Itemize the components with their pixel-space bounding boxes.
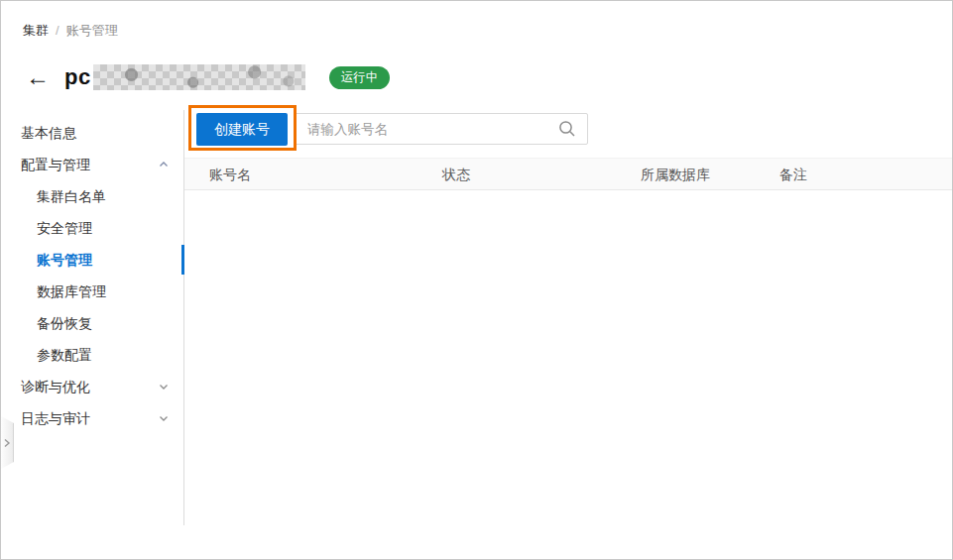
content-area: 基本信息 配置与管理 集群白名单 安全管理 账号管理 数据库管理 备份恢复 bbox=[1, 110, 952, 525]
main-panel: 创建账号 账号名 状态 所属数据库 备注 bbox=[183, 110, 952, 525]
toolbar: 创建账号 bbox=[184, 110, 952, 158]
column-header-database: 所属数据库 bbox=[641, 159, 779, 189]
sidebar-item-label: 账号管理 bbox=[37, 252, 92, 268]
sidebar-item-label: 集群白名单 bbox=[37, 188, 106, 204]
chevron-down-icon bbox=[159, 413, 169, 423]
chevron-right-icon bbox=[3, 438, 11, 448]
sidebar-item-diagnosis-optimization[interactable]: 诊断与优化 bbox=[1, 371, 183, 402]
sidebar-item-cluster-whitelist[interactable]: 集群白名单 bbox=[1, 180, 183, 212]
sidebar-item-parameter-config[interactable]: 参数配置 bbox=[1, 339, 183, 371]
chevron-up-icon bbox=[159, 160, 169, 169]
sidebar-item-logs-audit[interactable]: 日志与审计 bbox=[1, 402, 183, 434]
sidebar-item-basic-info[interactable]: 基本信息 bbox=[1, 117, 183, 149]
sidebar-item-label: 配置与管理 bbox=[21, 157, 90, 172]
masked-instance-id bbox=[93, 64, 305, 90]
panel-expand-handle[interactable] bbox=[1, 416, 14, 469]
column-header-status: 状态 bbox=[442, 159, 641, 189]
search-box bbox=[295, 113, 588, 145]
breadcrumb-cluster[interactable]: 集群 bbox=[23, 23, 49, 38]
sidebar-item-config-management[interactable]: 配置与管理 bbox=[1, 149, 183, 180]
sidebar-item-label: 安全管理 bbox=[37, 220, 92, 236]
search-input[interactable] bbox=[295, 113, 588, 145]
sidebar-item-label: 备份恢复 bbox=[37, 315, 92, 331]
sidebar-item-label: 基本信息 bbox=[21, 125, 76, 141]
status-badge: 运行中 bbox=[329, 66, 391, 89]
create-account-button[interactable]: 创建账号 bbox=[196, 113, 288, 146]
column-header-account-name: 账号名 bbox=[184, 159, 442, 189]
chevron-down-icon bbox=[159, 382, 169, 392]
sidebar-nav: 基本信息 配置与管理 集群白名单 安全管理 账号管理 数据库管理 备份恢复 bbox=[1, 110, 183, 525]
sidebar-item-database-management[interactable]: 数据库管理 bbox=[1, 276, 183, 307]
breadcrumb: 集群/账号管理 bbox=[1, 1, 952, 37]
sidebar-item-account-management[interactable]: 账号管理 bbox=[1, 244, 183, 276]
console-window: 集群/账号管理 ← pc 运行中 基本信息 配置与管理 集群白名单 安全管理 bbox=[0, 0, 953, 560]
sidebar-item-label: 诊断与优化 bbox=[21, 379, 90, 394]
page-title: pc bbox=[64, 64, 91, 90]
search-icon[interactable] bbox=[558, 120, 576, 138]
breadcrumb-separator: / bbox=[56, 23, 60, 38]
table-header-row: 账号名 状态 所属数据库 备注 bbox=[184, 158, 952, 190]
sidebar-item-security-management[interactable]: 安全管理 bbox=[1, 212, 183, 244]
back-icon[interactable]: ← bbox=[26, 65, 50, 89]
column-header-remark: 备注 bbox=[779, 159, 952, 189]
sidebar-item-label: 参数配置 bbox=[37, 347, 92, 363]
breadcrumb-current: 账号管理 bbox=[66, 23, 118, 38]
table-empty-body bbox=[184, 190, 952, 525]
sidebar-item-backup-restore[interactable]: 备份恢复 bbox=[1, 307, 183, 339]
sidebar-item-label: 日志与审计 bbox=[21, 410, 90, 426]
title-bar: ← pc 运行中 bbox=[1, 60, 952, 94]
sidebar-item-label: 数据库管理 bbox=[37, 283, 106, 299]
